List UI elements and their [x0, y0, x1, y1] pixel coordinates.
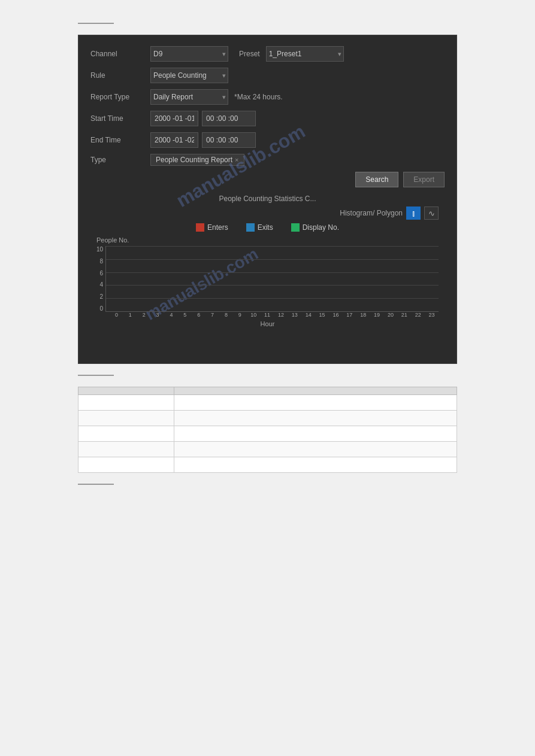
report-type-select[interactable]: Daily Report	[150, 89, 228, 105]
rule-label: Rule	[90, 71, 150, 80]
preset-select[interactable]: 1_Preset1	[266, 46, 344, 62]
top-divider	[78, 23, 114, 24]
enters-checkbox[interactable]	[196, 223, 204, 232]
chart-y-title: People No.	[96, 236, 439, 244]
x-label-2: 2	[137, 312, 151, 318]
x-label-23: 23	[425, 312, 439, 318]
grid-line-6	[106, 272, 439, 273]
x-axis-labels: 0 1 2 3 4 5 6 7 8 9 10 11 12 13 14 15 16…	[96, 312, 439, 318]
table-row	[78, 457, 457, 473]
x-label-17: 17	[343, 312, 356, 318]
grid-line-8	[106, 259, 439, 260]
x-label-10: 10	[247, 312, 261, 318]
y-label-2: 2	[100, 293, 104, 300]
x-label-13: 13	[288, 312, 301, 318]
max-hours-note: *Max 24 hours.	[234, 93, 283, 101]
stats-title: People Counting Statistics C...	[90, 195, 445, 203]
table-row	[78, 426, 457, 442]
rule-select[interactable]: People Counting	[150, 68, 228, 83]
channel-select[interactable]: D9	[150, 46, 228, 62]
rule-select-wrapper[interactable]: People Counting	[150, 68, 228, 83]
start-time-row: Start Time	[90, 111, 445, 126]
x-label-18: 18	[356, 312, 370, 318]
chart-inner	[105, 246, 439, 312]
y-label-8: 8	[100, 258, 104, 265]
start-time-label: Start Time	[90, 114, 150, 123]
x-label-16: 16	[329, 312, 343, 318]
chart-wrapper: 10 8 6 4 2 0	[96, 246, 439, 312]
histogram-icon-button[interactable]: ⫿	[406, 207, 421, 220]
x-axis-title: Hour	[96, 320, 439, 327]
type-label: Type	[90, 156, 150, 164]
x-label-0: 0	[110, 312, 123, 318]
exits-checkbox[interactable]	[246, 223, 255, 232]
channel-label: Channel	[90, 50, 150, 58]
legend-display-no: Display No.	[291, 223, 339, 232]
end-time-row: End Time	[90, 132, 445, 148]
grid-lines	[106, 246, 439, 311]
x-label-1: 1	[123, 312, 137, 318]
table-cell-4-2	[174, 442, 457, 457]
y-label-6: 6	[100, 270, 104, 277]
table-row	[78, 395, 457, 411]
x-label-19: 19	[370, 312, 384, 318]
end-date-input[interactable]	[150, 132, 198, 148]
end-time-input[interactable]	[202, 132, 256, 148]
table-cell-5-2	[174, 457, 457, 473]
main-panel: manualslib.com manualslib.com Channel D9…	[78, 35, 457, 364]
table-cell-3-2	[174, 426, 457, 442]
x-label-22: 22	[411, 312, 425, 318]
legend-enters: Enters	[196, 223, 228, 232]
table-section	[78, 387, 457, 473]
search-button[interactable]: Search	[355, 172, 398, 187]
grid-line-10	[106, 246, 439, 247]
exits-label: Exits	[258, 223, 273, 232]
y-label-0: 0	[100, 305, 104, 312]
report-type-row: Report Type Daily Report *Max 24 hours.	[90, 89, 445, 105]
type-tag-close[interactable]: ×	[235, 156, 238, 163]
display-no-checkbox[interactable]	[291, 223, 300, 232]
type-tag: People Counting Report ×	[150, 154, 244, 166]
x-label-12: 12	[274, 312, 288, 318]
middle-divider	[78, 375, 114, 376]
data-table	[78, 387, 457, 473]
table-header-col2	[174, 387, 457, 395]
x-label-5: 5	[178, 312, 192, 318]
table-cell-1-1	[78, 395, 174, 411]
grid-line-4	[106, 285, 439, 286]
table-cell-2-2	[174, 411, 457, 426]
end-time-label: End Time	[90, 136, 150, 144]
export-button[interactable]: Export	[403, 172, 445, 187]
rule-row: Rule People Counting	[90, 68, 445, 83]
table-header-row	[78, 387, 457, 395]
enters-label: Enters	[207, 223, 228, 232]
type-row: Type People Counting Report ×	[90, 154, 445, 166]
x-label-21: 21	[397, 312, 411, 318]
x-label-7: 7	[205, 312, 219, 318]
channel-select-wrapper[interactable]: D9	[150, 46, 228, 62]
report-type-select-wrapper[interactable]: Daily Report	[150, 89, 228, 105]
histogram-row: Histogram/ Polygon ⫿ ∿	[90, 207, 445, 220]
x-label-4: 4	[165, 312, 179, 318]
chart-area: People No. 10 8 6 4 2 0	[90, 236, 445, 327]
table-cell-2-1	[78, 411, 174, 426]
preset-label: Preset	[239, 50, 260, 58]
x-label-11: 11	[261, 312, 274, 318]
preset-select-wrapper[interactable]: 1_Preset1	[266, 46, 344, 62]
legend-exits: Exits	[246, 223, 273, 232]
button-row: Search Export	[90, 172, 445, 187]
display-no-label: Display No.	[303, 223, 339, 232]
y-axis: 10 8 6 4 2 0	[96, 246, 105, 312]
histogram-label: Histogram/ Polygon	[340, 209, 403, 217]
y-label-10: 10	[96, 246, 103, 253]
legend-row: Enters Exits Display No.	[90, 223, 445, 232]
start-time-input[interactable]	[202, 111, 256, 126]
table-cell-4-1	[78, 442, 174, 457]
table-row	[78, 442, 457, 457]
start-date-input[interactable]	[150, 111, 198, 126]
table-header-col1	[78, 387, 174, 395]
type-tag-text: People Counting Report	[156, 156, 232, 164]
polygon-icon-button[interactable]: ∿	[424, 207, 439, 220]
table-cell-5-1	[78, 457, 174, 473]
x-label-15: 15	[315, 312, 329, 318]
